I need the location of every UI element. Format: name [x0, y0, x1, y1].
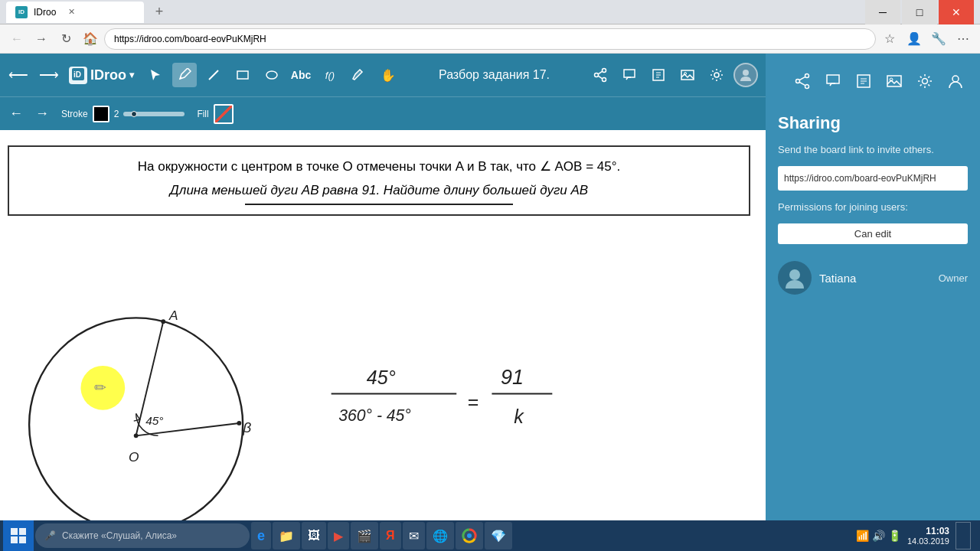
stroke-slider-thumb: [131, 111, 137, 117]
close-button[interactable]: ✕: [939, 0, 974, 24]
text-tool[interactable]: Abc: [289, 63, 313, 87]
share-icon-button[interactable]: [588, 63, 612, 87]
svg-point-6: [603, 78, 606, 82]
tab-close-button[interactable]: ✕: [68, 7, 75, 17]
tab-title: IDroo: [34, 7, 56, 18]
canvas-area[interactable]: На окружности с центром в точке O отмече…: [0, 130, 766, 520]
select-tool[interactable]: [143, 63, 168, 87]
svg-line-2: [209, 70, 218, 80]
stroke-color-swatch[interactable]: [93, 106, 109, 122]
maximize-button[interactable]: □: [902, 0, 937, 24]
logo-dropdown[interactable]: ▾: [129, 70, 134, 80]
logo-icon: iD: [69, 67, 87, 84]
taskbar-browser[interactable]: 🌐: [426, 522, 454, 549]
svg-line-9: [598, 76, 602, 79]
battery-icon: 🔋: [888, 530, 901, 542]
pen-tool[interactable]: [172, 63, 197, 87]
formula-tool[interactable]: f(): [318, 63, 342, 87]
extensions-button[interactable]: 🔧: [928, 28, 949, 50]
redo-button[interactable]: ⟶: [38, 64, 60, 86]
sharing-subtitle: Send the board link to invite others.: [778, 144, 968, 155]
board-link-input[interactable]: [778, 166, 968, 191]
nav-forward-button[interactable]: →: [35, 106, 49, 122]
taskbar-mail[interactable]: ✉: [403, 522, 425, 549]
network-icon: 📶: [856, 530, 869, 542]
idroo-logo[interactable]: iD IDroo ▾: [69, 67, 134, 84]
taskbar-media[interactable]: ▶: [328, 522, 349, 549]
system-tray: 📶 🔊 🔋 11:03 14.03.2019: [850, 522, 977, 549]
refresh-button[interactable]: ↻: [55, 28, 77, 50]
user-avatar-header[interactable]: [733, 63, 758, 87]
hand-tool[interactable]: ✋: [376, 63, 400, 87]
stroke-width-value: 2: [114, 109, 119, 119]
user-entry-tatiana: Tatiana Owner: [778, 261, 968, 295]
svg-text:✏: ✏: [94, 380, 106, 396]
stroke-slider[interactable]: [123, 112, 185, 116]
taskbar-ie[interactable]: e: [251, 522, 271, 549]
svg-point-49: [952, 76, 959, 82]
tray-icons: 📶 🔊 🔋: [856, 530, 901, 542]
taskbar-photos[interactable]: 🖼: [302, 522, 326, 549]
svg-text:360° - 45°: 360° - 45°: [338, 406, 411, 424]
right-toolbar-icons: [588, 63, 758, 87]
svg-text:45°: 45°: [367, 367, 396, 388]
settings-icon-button[interactable]: [704, 63, 729, 87]
svg-point-18: [29, 318, 243, 520]
pages-icon-button[interactable]: [646, 63, 671, 87]
svg-rect-52: [19, 528, 26, 535]
minimize-button[interactable]: ─: [865, 0, 900, 24]
taskbar-chrome[interactable]: [456, 522, 483, 549]
home-button[interactable]: 🏠: [80, 28, 101, 50]
image-icon-button[interactable]: [675, 63, 700, 87]
stroke-label: Stroke: [61, 109, 88, 119]
panel-chat-button[interactable]: [821, 69, 845, 93]
cortana-search[interactable]: 🎤 Скажите «Слушай, Алиса»: [35, 523, 250, 548]
eraser-tool[interactable]: [347, 63, 371, 87]
svg-rect-46: [887, 76, 901, 86]
show-desktop-button[interactable]: [956, 522, 971, 549]
sharing-title: Sharing: [778, 113, 968, 133]
address-bar[interactable]: [104, 28, 876, 50]
svg-text:k: k: [514, 406, 524, 427]
taskbar-gem[interactable]: 💎: [485, 522, 512, 549]
line-tool[interactable]: [201, 63, 226, 87]
taskbar-files[interactable]: 📁: [273, 522, 300, 549]
forward-button[interactable]: →: [31, 28, 52, 50]
clock-date: 14.03.2019: [907, 536, 949, 546]
panel-top-icons: [778, 66, 968, 96]
undo-button[interactable]: ⟵: [8, 64, 29, 86]
taskbar-app1[interactable]: 🎬: [351, 522, 378, 549]
user-role: Owner: [939, 272, 968, 284]
idroo-header: ⟵ ⟶ iD IDroo ▾ Abc f() ✋ Разбор за: [0, 54, 766, 96]
panel-settings-button[interactable]: [913, 69, 937, 93]
nav-back-button[interactable]: ←: [9, 106, 23, 122]
fill-color-swatch[interactable]: [214, 104, 234, 124]
back-button[interactable]: ←: [6, 28, 28, 50]
ellipse-tool[interactable]: [260, 63, 284, 87]
math-drawing: ✏ O A β 45° 45° 360° - 45° =: [0, 130, 766, 520]
favorites-button[interactable]: ☆: [879, 28, 900, 50]
svg-point-4: [266, 71, 277, 79]
can-edit-button[interactable]: Can edit: [778, 223, 968, 244]
panel-share-button[interactable]: [790, 69, 815, 93]
taskbar-clock[interactable]: 11:03 14.03.2019: [907, 526, 949, 546]
chat-icon-button[interactable]: [617, 63, 642, 87]
start-button[interactable]: [3, 520, 34, 551]
panel-image-button[interactable]: [882, 69, 906, 93]
new-tab-button[interactable]: +: [149, 2, 170, 23]
stroke-section: Stroke 2: [61, 106, 185, 122]
svg-text:O: O: [129, 449, 139, 465]
stroke-fill-toolbar: ← → Stroke 2 Fill: [0, 96, 766, 130]
panel-user-button[interactable]: [943, 69, 968, 93]
user-name: Tatiana: [819, 272, 856, 285]
browser-profile-button[interactable]: 👤: [903, 28, 925, 50]
cortana-text: Скажите «Слушай, Алиса»: [62, 530, 177, 541]
menu-button[interactable]: ⋯: [952, 28, 974, 50]
tab-favicon: ID: [15, 6, 28, 18]
panel-pages-button[interactable]: [851, 69, 876, 93]
board-title: Разбор задания 17.: [410, 68, 579, 82]
browser-tab[interactable]: ID IDroo ✕: [6, 2, 144, 23]
svg-point-38: [805, 85, 809, 89]
rect-tool[interactable]: [230, 63, 255, 87]
taskbar-yandex[interactable]: Я: [380, 522, 401, 549]
